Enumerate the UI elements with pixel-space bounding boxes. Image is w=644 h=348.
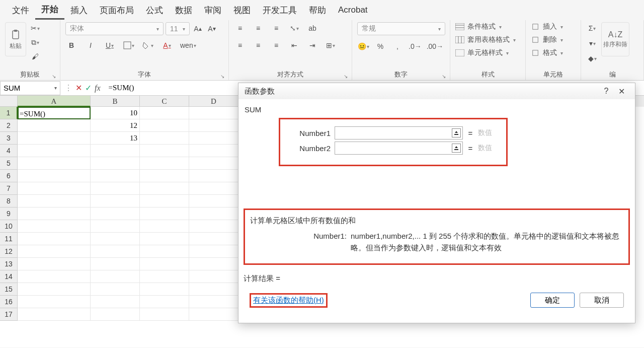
cell-styles-button[interactable]: 单元格样式▾ <box>455 48 509 57</box>
cell-b14[interactable] <box>91 270 140 283</box>
arg2-range-picker[interactable] <box>452 144 461 153</box>
clipboard-dialog-launcher[interactable]: ↘ <box>52 74 56 79</box>
cell-d7[interactable] <box>189 182 238 195</box>
row-header-10[interactable]: 10 <box>0 220 18 233</box>
increase-decimal-button[interactable]: .0→ <box>409 40 422 52</box>
col-header-c[interactable]: C <box>140 96 189 107</box>
cell-d15[interactable] <box>189 283 238 296</box>
cell-c15[interactable] <box>140 283 189 296</box>
font-size-combo[interactable]: 11▾ <box>166 22 190 35</box>
select-all-corner[interactable] <box>0 96 18 107</box>
row-header-11[interactable]: 11 <box>0 233 18 245</box>
align-left-button[interactable]: ≡ <box>234 39 246 51</box>
tab-dev[interactable]: 开发工具 <box>257 2 303 19</box>
paste-button[interactable]: 粘贴 <box>5 22 26 56</box>
cell-a2[interactable] <box>18 119 91 132</box>
cell-d6[interactable] <box>189 170 238 182</box>
cell-a13[interactable] <box>18 258 91 270</box>
conditional-format-button[interactable]: 条件格式▾ <box>455 22 502 31</box>
bold-button[interactable]: B <box>65 39 77 51</box>
italic-button[interactable]: I <box>85 39 97 51</box>
cell-d13[interactable] <box>189 258 238 270</box>
cell-c9[interactable] <box>140 207 189 220</box>
name-box[interactable]: SUM▾ <box>0 81 60 95</box>
row-header-15[interactable]: 15 <box>0 283 18 296</box>
cell-d3[interactable] <box>189 132 238 145</box>
cell-b13[interactable] <box>91 258 140 270</box>
cell-d17[interactable] <box>189 308 238 321</box>
cell-c1[interactable] <box>140 107 189 119</box>
wrap-text-button[interactable]: ab <box>306 22 318 34</box>
row-header-4[interactable]: 4 <box>0 145 18 157</box>
cell-a9[interactable] <box>18 207 91 220</box>
cell-a14[interactable] <box>18 270 91 283</box>
arg1-input[interactable] <box>335 126 463 140</box>
merge-cells-button[interactable]: ⊞▾ <box>325 39 337 51</box>
cell-d9[interactable] <box>189 207 238 220</box>
cell-b6[interactable] <box>91 170 140 182</box>
insert-cells-button[interactable]: 插入▾ <box>531 22 563 31</box>
cell-a8[interactable] <box>18 195 91 207</box>
row-header-14[interactable]: 14 <box>0 270 18 283</box>
col-header-d[interactable]: D <box>189 96 238 107</box>
percent-button[interactable]: % <box>374 40 386 52</box>
increase-font-button[interactable]: A▴ <box>192 23 204 35</box>
cell-d1[interactable] <box>189 107 238 119</box>
cell-d8[interactable] <box>189 195 238 207</box>
tab-acrobat[interactable]: Acrobat <box>332 2 374 18</box>
row-header-17[interactable]: 17 <box>0 308 18 321</box>
fill-button[interactable]: ▾▾ <box>586 37 598 49</box>
cell-c5[interactable] <box>140 157 189 170</box>
tab-home[interactable]: 开始 <box>35 1 64 20</box>
cell-a3[interactable] <box>18 132 91 145</box>
number-format-combo[interactable]: 常规▾ <box>357 22 445 35</box>
cell-d11[interactable] <box>189 233 238 245</box>
cell-a10[interactable] <box>18 220 91 233</box>
cancel-formula-button[interactable]: ✕ <box>75 83 82 93</box>
cell-b1[interactable]: 10 <box>91 107 140 119</box>
increase-indent-button[interactable]: ⇥ <box>306 39 318 51</box>
cell-c10[interactable] <box>140 220 189 233</box>
cell-b7[interactable] <box>91 182 140 195</box>
cell-b4[interactable] <box>91 145 140 157</box>
row-header-8[interactable]: 8 <box>0 195 18 207</box>
function-help-link[interactable]: 有关该函数的帮助(H) <box>253 296 324 304</box>
cell-b3[interactable]: 13 <box>91 132 140 145</box>
cancel-button[interactable]: 取消 <box>580 293 624 308</box>
cell-d14[interactable] <box>189 270 238 283</box>
cell-b12[interactable] <box>91 245 140 258</box>
cell-c14[interactable] <box>140 270 189 283</box>
cell-b9[interactable] <box>91 207 140 220</box>
fill-color-button[interactable]: ▾ <box>142 39 154 51</box>
cell-c6[interactable] <box>140 170 189 182</box>
cell-c11[interactable] <box>140 233 189 245</box>
cell-d16[interactable] <box>189 296 238 308</box>
underline-button[interactable]: U▾ <box>104 39 116 51</box>
comma-button[interactable]: , <box>391 40 404 52</box>
cell-d10[interactable] <box>189 220 238 233</box>
dialog-help-button[interactable]: ? <box>599 87 614 96</box>
cell-d5[interactable] <box>189 157 238 170</box>
row-header-16[interactable]: 16 <box>0 296 18 308</box>
alignment-dialog-launcher[interactable]: ↘ <box>344 74 348 79</box>
copy-button[interactable]: ⧉▾ <box>29 36 41 48</box>
row-header-9[interactable]: 9 <box>0 207 18 220</box>
tab-help[interactable]: 帮助 <box>303 2 332 19</box>
row-header-1[interactable]: 1 <box>0 107 18 119</box>
cell-a16[interactable] <box>18 296 91 308</box>
format-as-table-button[interactable]: 套用表格格式▾ <box>455 35 516 44</box>
tab-insert[interactable]: 插入 <box>64 2 94 19</box>
cell-d12[interactable] <box>189 245 238 258</box>
arg1-range-picker[interactable] <box>452 128 461 137</box>
row-header-5[interactable]: 5 <box>0 157 18 170</box>
cell-c2[interactable] <box>140 119 189 132</box>
cut-button[interactable]: ✂▾ <box>29 22 41 34</box>
dialog-close-button[interactable]: ✕ <box>614 87 629 96</box>
cell-a4[interactable] <box>18 145 91 157</box>
cell-c12[interactable] <box>140 245 189 258</box>
font-dialog-launcher[interactable]: ↘ <box>220 74 224 79</box>
cell-c16[interactable] <box>140 296 189 308</box>
cell-b11[interactable] <box>91 233 140 245</box>
clear-button[interactable]: ◆▾ <box>586 52 598 64</box>
font-name-combo[interactable]: 宋体▾ <box>65 22 164 35</box>
